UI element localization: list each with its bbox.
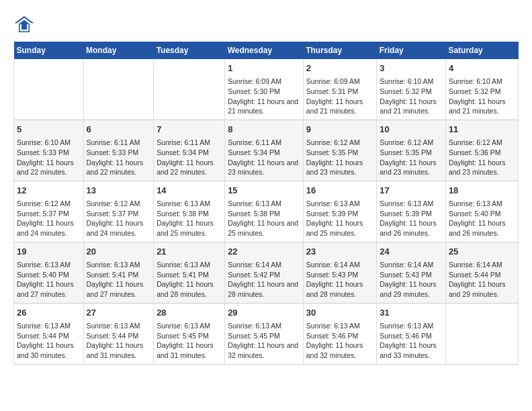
cell-text: Sunrise: 6:14 AM Sunset: 5:43 PM Dayligh… bbox=[380, 260, 443, 300]
calendar-cell: 3Sunrise: 6:10 AM Sunset: 5:32 PM Daylig… bbox=[377, 59, 446, 120]
day-header-saturday: Saturday bbox=[445, 42, 518, 59]
day-number: 14 bbox=[157, 185, 222, 197]
day-number: 29 bbox=[228, 307, 300, 319]
day-number: 26 bbox=[17, 307, 81, 319]
cell-text: Sunrise: 6:10 AM Sunset: 5:33 PM Dayligh… bbox=[17, 138, 81, 177]
cell-text: Sunrise: 6:09 AM Sunset: 5:31 PM Dayligh… bbox=[306, 77, 374, 116]
calendar-cell: 4Sunrise: 6:10 AM Sunset: 5:32 PM Daylig… bbox=[445, 59, 518, 120]
cell-text: Sunrise: 6:09 AM Sunset: 5:30 PM Dayligh… bbox=[228, 77, 300, 116]
day-number: 2 bbox=[306, 62, 374, 75]
cell-text: Sunrise: 6:13 AM Sunset: 5:39 PM Dayligh… bbox=[306, 199, 374, 238]
day-number: 23 bbox=[306, 246, 374, 258]
calendar-cell bbox=[445, 303, 518, 364]
day-number: 4 bbox=[449, 62, 515, 75]
day-header-thursday: Thursday bbox=[303, 42, 377, 59]
day-number: 13 bbox=[87, 185, 151, 197]
cell-text: Sunrise: 6:13 AM Sunset: 5:41 PM Dayligh… bbox=[87, 260, 151, 300]
cell-text: Sunrise: 6:14 AM Sunset: 5:43 PM Dayligh… bbox=[306, 260, 374, 300]
calendar-cell: 20Sunrise: 6:13 AM Sunset: 5:41 PM Dayli… bbox=[83, 242, 154, 303]
calendar-cell: 21Sunrise: 6:13 AM Sunset: 5:41 PM Dayli… bbox=[154, 242, 225, 303]
cell-text: Sunrise: 6:11 AM Sunset: 5:33 PM Dayligh… bbox=[87, 138, 151, 177]
calendar-cell: 2Sunrise: 6:09 AM Sunset: 5:31 PM Daylig… bbox=[303, 59, 377, 120]
cell-text: Sunrise: 6:12 AM Sunset: 5:35 PM Dayligh… bbox=[380, 138, 443, 177]
day-number: 25 bbox=[449, 246, 515, 258]
calendar-cell: 26Sunrise: 6:13 AM Sunset: 5:44 PM Dayli… bbox=[14, 303, 84, 364]
day-number: 15 bbox=[228, 185, 300, 197]
day-number: 7 bbox=[157, 124, 222, 136]
calendar-cell: 5Sunrise: 6:10 AM Sunset: 5:33 PM Daylig… bbox=[14, 120, 84, 181]
calendar-cell: 24Sunrise: 6:14 AM Sunset: 5:43 PM Dayli… bbox=[377, 242, 446, 303]
cell-text: Sunrise: 6:11 AM Sunset: 5:34 PM Dayligh… bbox=[157, 138, 222, 177]
cell-text: Sunrise: 6:13 AM Sunset: 5:46 PM Dayligh… bbox=[380, 321, 443, 361]
cell-text: Sunrise: 6:12 AM Sunset: 5:35 PM Dayligh… bbox=[306, 138, 374, 177]
day-number: 12 bbox=[17, 185, 81, 197]
day-number: 20 bbox=[87, 246, 151, 258]
calendar-cell: 17Sunrise: 6:13 AM Sunset: 5:39 PM Dayli… bbox=[377, 181, 446, 242]
cell-text: Sunrise: 6:13 AM Sunset: 5:41 PM Dayligh… bbox=[157, 260, 222, 300]
calendar-table: SundayMondayTuesdayWednesdayThursdayFrid… bbox=[13, 42, 519, 365]
calendar-cell: 28Sunrise: 6:13 AM Sunset: 5:45 PM Dayli… bbox=[154, 303, 225, 364]
calendar-week-1: 1Sunrise: 6:09 AM Sunset: 5:30 PM Daylig… bbox=[14, 59, 519, 120]
day-number: 11 bbox=[449, 124, 515, 136]
day-number: 31 bbox=[380, 307, 443, 319]
day-header-friday: Friday bbox=[377, 42, 446, 59]
cell-text: Sunrise: 6:13 AM Sunset: 5:44 PM Dayligh… bbox=[17, 321, 81, 361]
cell-text: Sunrise: 6:12 AM Sunset: 5:36 PM Dayligh… bbox=[449, 138, 515, 177]
calendar-cell: 14Sunrise: 6:13 AM Sunset: 5:38 PM Dayli… bbox=[154, 181, 225, 242]
calendar-cell: 29Sunrise: 6:13 AM Sunset: 5:45 PM Dayli… bbox=[225, 303, 304, 364]
logo bbox=[13, 13, 38, 35]
cell-text: Sunrise: 6:14 AM Sunset: 5:42 PM Dayligh… bbox=[228, 260, 300, 300]
calendar-cell: 6Sunrise: 6:11 AM Sunset: 5:33 PM Daylig… bbox=[83, 120, 154, 181]
calendar-cell: 16Sunrise: 6:13 AM Sunset: 5:39 PM Dayli… bbox=[303, 181, 377, 242]
cell-text: Sunrise: 6:13 AM Sunset: 5:46 PM Dayligh… bbox=[306, 321, 374, 361]
day-number: 17 bbox=[380, 185, 443, 197]
day-number: 3 bbox=[380, 62, 443, 75]
calendar-cell bbox=[83, 59, 154, 120]
cell-text: Sunrise: 6:10 AM Sunset: 5:32 PM Dayligh… bbox=[380, 77, 443, 116]
day-number: 8 bbox=[228, 124, 300, 136]
day-header-sunday: Sunday bbox=[14, 42, 84, 59]
calendar-week-2: 5Sunrise: 6:10 AM Sunset: 5:33 PM Daylig… bbox=[14, 120, 519, 181]
day-header-tuesday: Tuesday bbox=[154, 42, 225, 59]
day-number: 16 bbox=[306, 185, 374, 197]
calendar-cell bbox=[14, 59, 84, 120]
cell-text: Sunrise: 6:13 AM Sunset: 5:44 PM Dayligh… bbox=[87, 321, 151, 361]
day-number: 1 bbox=[228, 62, 300, 75]
cell-text: Sunrise: 6:13 AM Sunset: 5:38 PM Dayligh… bbox=[157, 199, 222, 238]
cell-text: Sunrise: 6:12 AM Sunset: 5:37 PM Dayligh… bbox=[17, 199, 81, 238]
calendar-cell: 15Sunrise: 6:13 AM Sunset: 5:38 PM Dayli… bbox=[225, 181, 304, 242]
cell-text: Sunrise: 6:11 AM Sunset: 5:34 PM Dayligh… bbox=[228, 138, 300, 177]
day-number: 21 bbox=[157, 246, 222, 258]
calendar-cell: 9Sunrise: 6:12 AM Sunset: 5:35 PM Daylig… bbox=[303, 120, 377, 181]
day-header-monday: Monday bbox=[83, 42, 154, 59]
cell-text: Sunrise: 6:12 AM Sunset: 5:37 PM Dayligh… bbox=[87, 199, 151, 238]
calendar-cell: 23Sunrise: 6:14 AM Sunset: 5:43 PM Dayli… bbox=[303, 242, 377, 303]
cell-text: Sunrise: 6:10 AM Sunset: 5:32 PM Dayligh… bbox=[449, 77, 515, 116]
day-number: 19 bbox=[17, 246, 81, 258]
cell-text: Sunrise: 6:14 AM Sunset: 5:44 PM Dayligh… bbox=[449, 260, 515, 300]
calendar-cell: 12Sunrise: 6:12 AM Sunset: 5:37 PM Dayli… bbox=[14, 181, 84, 242]
calendar-cell: 18Sunrise: 6:13 AM Sunset: 5:40 PM Dayli… bbox=[445, 181, 518, 242]
day-number: 24 bbox=[380, 246, 443, 258]
cell-text: Sunrise: 6:13 AM Sunset: 5:45 PM Dayligh… bbox=[228, 321, 300, 361]
day-header-wednesday: Wednesday bbox=[225, 42, 304, 59]
calendar-week-3: 12Sunrise: 6:12 AM Sunset: 5:37 PM Dayli… bbox=[14, 181, 519, 242]
calendar-cell: 31Sunrise: 6:13 AM Sunset: 5:46 PM Dayli… bbox=[377, 303, 446, 364]
day-number: 9 bbox=[306, 124, 374, 136]
calendar-cell: 8Sunrise: 6:11 AM Sunset: 5:34 PM Daylig… bbox=[225, 120, 304, 181]
day-number: 28 bbox=[157, 307, 222, 319]
calendar-cell: 19Sunrise: 6:13 AM Sunset: 5:40 PM Dayli… bbox=[14, 242, 84, 303]
calendar-week-5: 26Sunrise: 6:13 AM Sunset: 5:44 PM Dayli… bbox=[14, 303, 519, 364]
page-header bbox=[13, 13, 519, 35]
calendar-cell: 25Sunrise: 6:14 AM Sunset: 5:44 PM Dayli… bbox=[445, 242, 518, 303]
calendar-cell bbox=[154, 59, 225, 120]
day-number: 5 bbox=[17, 124, 81, 136]
calendar-cell: 30Sunrise: 6:13 AM Sunset: 5:46 PM Dayli… bbox=[303, 303, 377, 364]
day-number: 27 bbox=[87, 307, 151, 319]
cell-text: Sunrise: 6:13 AM Sunset: 5:40 PM Dayligh… bbox=[17, 260, 81, 300]
day-number: 10 bbox=[380, 124, 443, 136]
cell-text: Sunrise: 6:13 AM Sunset: 5:38 PM Dayligh… bbox=[228, 199, 300, 238]
logo-icon bbox=[13, 13, 35, 35]
calendar-week-4: 19Sunrise: 6:13 AM Sunset: 5:40 PM Dayli… bbox=[14, 242, 519, 303]
day-number: 18 bbox=[449, 185, 515, 197]
